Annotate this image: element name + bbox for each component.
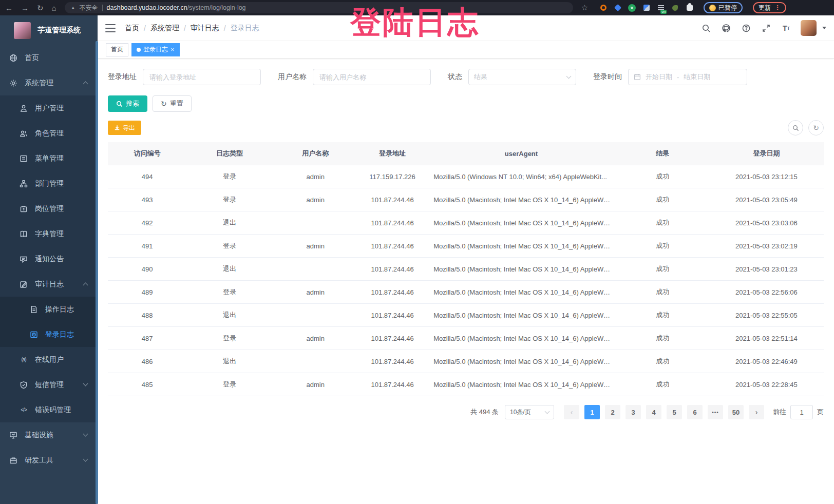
sidebar-item-label: 系统管理: [25, 79, 53, 88]
sidebar-item-error-codes[interactable]: </> 错误码管理: [0, 397, 98, 422]
search-icon[interactable]: [700, 23, 712, 34]
filter-login-time: 登录时间 开始日期 - 结束日期: [593, 69, 747, 85]
fullscreen-icon[interactable]: [761, 23, 772, 34]
cell-username: admin: [273, 235, 358, 258]
reset-button[interactable]: ↻ 重置: [153, 95, 192, 112]
login-address-input[interactable]: [143, 69, 261, 85]
bookmark-star-icon[interactable]: ☆: [581, 3, 588, 12]
sidebar-item-online-users[interactable]: (a) 在线用户: [0, 347, 98, 372]
user-avatar[interactable]: [801, 20, 817, 36]
font-size-icon[interactable]: TT: [781, 23, 792, 34]
reload-icon[interactable]: ↻: [37, 4, 44, 12]
sidebar-item-audit-log[interactable]: 审计日志: [0, 272, 98, 297]
cell-access-id: 487: [108, 327, 186, 350]
extension-list-icon[interactable]: on: [657, 4, 665, 12]
tag-close-icon[interactable]: ×: [170, 46, 175, 53]
sidebar-item-departments[interactable]: 部门管理: [0, 171, 98, 196]
sidebar-item-infrastructure[interactable]: 基础设施: [0, 422, 98, 448]
sidebar-item-system[interactable]: 系统管理: [0, 70, 98, 95]
username-input[interactable]: [313, 69, 431, 85]
login-time-label: 登录时间: [593, 72, 622, 82]
table-row: 491登录admin101.87.244.46Mozilla/5.0 (Maci…: [108, 235, 824, 258]
tag-home[interactable]: 首页: [106, 43, 128, 56]
sidebar-item-sms[interactable]: 短信管理: [0, 372, 98, 397]
extension-gem-icon[interactable]: [614, 4, 621, 12]
status-select[interactable]: 结果: [468, 69, 576, 85]
search-button[interactable]: 搜索: [108, 95, 147, 112]
extensions-puzzle-icon[interactable]: [686, 4, 693, 12]
toggle-search-button[interactable]: [788, 120, 803, 135]
cell-result: 成功: [616, 281, 709, 304]
url-divider: [102, 5, 103, 11]
breadcrumb-system[interactable]: 系统管理: [150, 24, 179, 33]
extension-leaf-icon[interactable]: [671, 4, 679, 12]
sidebar-item-users[interactable]: 用户管理: [0, 95, 98, 121]
sidebar-item-menus[interactable]: 菜单管理: [0, 146, 98, 171]
cell-access-id: 485: [108, 373, 186, 396]
cell-username: admin: [273, 327, 358, 350]
page-button-3[interactable]: 3: [626, 405, 641, 419]
refresh-button[interactable]: ↻: [808, 120, 824, 135]
hamburger-icon[interactable]: [105, 24, 116, 32]
cell-user-agent: Mozilla/5.0 (Macintosh; Intel Mac OS X 1…: [426, 235, 616, 258]
sidebar-item-login-log[interactable]: 登录日志: [0, 322, 98, 347]
sidebar-item-operation-log[interactable]: 操作日志: [0, 297, 98, 322]
security-warning-label[interactable]: 不安全: [80, 4, 98, 12]
page-button-1[interactable]: 1: [584, 405, 600, 419]
page-button-50[interactable]: 50: [728, 405, 744, 419]
more-pages-icon[interactable]: •••: [708, 405, 723, 419]
address-bar[interactable]: ▲ 不安全 dashboard.yudao.iocoder.cn/system/…: [65, 2, 573, 13]
avatar-caret-down-icon[interactable]: [822, 27, 826, 29]
date-range-picker[interactable]: 开始日期 - 结束日期: [628, 69, 747, 85]
browser-menu-dots-icon[interactable]: ⋮: [774, 4, 781, 11]
extension-orange-icon[interactable]: [599, 4, 607, 12]
cell-login-address: 101.87.244.46: [358, 235, 426, 258]
page-button-6[interactable]: 6: [687, 405, 703, 419]
home-icon[interactable]: ⌂: [52, 4, 56, 12]
github-icon[interactable]: [721, 23, 732, 34]
url-text[interactable]: dashboard.yudao.iocoder.cn/system/log/lo…: [107, 4, 246, 11]
cell-log-type: 登录: [186, 281, 272, 304]
help-icon[interactable]: [741, 23, 752, 34]
sidebar-scrollbar[interactable]: [96, 41, 98, 504]
form-actions: 搜索 ↻ 重置: [108, 95, 824, 112]
sidebar-item-devtools[interactable]: 研发工具: [0, 448, 98, 473]
url-path: /system/log/login-log: [187, 4, 246, 11]
pagination: 共 494 条 10条/页 ‹ 1 2 3 4 5 6 ••• 50 › 前往 …: [108, 405, 824, 419]
date-end-placeholder[interactable]: 结束日期: [684, 72, 710, 82]
search-button-label: 搜索: [126, 99, 139, 108]
breadcrumb-home[interactable]: 首页: [125, 24, 139, 33]
sidebar-item-notices[interactable]: 通知公告: [0, 246, 98, 272]
update-button[interactable]: 更新 ⋮: [753, 2, 786, 13]
extension-green-icon[interactable]: v: [628, 4, 636, 12]
extension-grid-icon[interactable]: [642, 4, 650, 12]
date-start-placeholder[interactable]: 开始日期: [646, 72, 672, 82]
back-icon[interactable]: ←: [5, 4, 13, 12]
page-button-2[interactable]: 2: [605, 405, 620, 419]
page-size-select[interactable]: 10条/页: [505, 405, 554, 419]
page-button-4[interactable]: 4: [646, 405, 661, 419]
tag-login-log[interactable]: 登录日志 ×: [131, 43, 180, 56]
sidebar-item-roles[interactable]: 角色管理: [0, 121, 98, 146]
sidebar-item-label: 登录日志: [45, 330, 74, 339]
magnifier-icon: [792, 125, 799, 131]
app-logo[interactable]: 芋道管理系统: [0, 15, 98, 45]
prev-page-button[interactable]: ‹: [564, 405, 579, 419]
next-page-button[interactable]: ›: [749, 405, 764, 419]
sidebar-item-home[interactable]: 首页: [0, 45, 98, 70]
forward-icon[interactable]: →: [21, 4, 29, 12]
page-button-5[interactable]: 5: [667, 405, 682, 419]
sidebar-item-posts[interactable]: 岗位管理: [0, 196, 98, 221]
cell-user-agent: Mozilla/5.0 (Macintosh; Intel Mac OS X 1…: [426, 373, 616, 396]
table-toolbar: 导出 ↻: [108, 120, 824, 135]
sidebar-item-label: 角色管理: [35, 129, 64, 138]
goto-page-input[interactable]: [790, 405, 813, 419]
cell-username: admin: [273, 165, 358, 188]
paused-badge[interactable]: 已暂停: [704, 2, 743, 13]
cell-result: 成功: [616, 304, 709, 327]
export-button[interactable]: 导出: [108, 121, 141, 135]
leaf-shape: [672, 5, 678, 11]
goto-unit: 页: [817, 408, 824, 417]
breadcrumb-audit-log[interactable]: 审计日志: [191, 24, 219, 33]
sidebar-item-dict[interactable]: 字典管理: [0, 221, 98, 246]
